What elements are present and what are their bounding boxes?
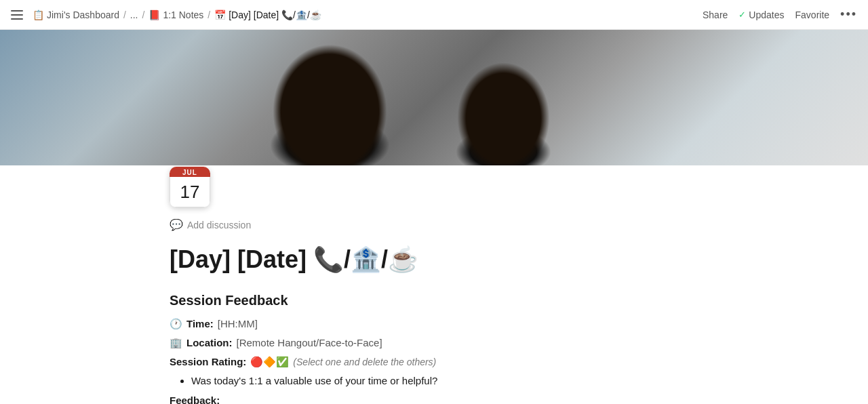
- dashboard-icon: 📋: [33, 9, 44, 20]
- breadcrumb-area: 📋 Jimi's Dashboard / ... / 📕 1:1 Notes /…: [11, 9, 321, 20]
- time-icon: 🕐: [170, 318, 182, 330]
- calendar-month: JUL: [170, 167, 210, 177]
- rating-emojis: 🔴🔶✅: [250, 356, 289, 368]
- calendar-breadcrumb-icon: 📅: [214, 9, 226, 20]
- breadcrumb-notes[interactable]: 📕 1:1 Notes: [149, 9, 203, 20]
- topnav: 📋 Jimi's Dashboard / ... / 📕 1:1 Notes /…: [0, 0, 868, 30]
- rating-bullets: Was today's 1:1 a valuable use of your t…: [170, 375, 698, 386]
- page-content: JUL 17 💬 Add discussion [Day] [Date] 📞/🏦…: [129, 165, 739, 404]
- location-row: 🏢 Location: [Remote Hangout/Face-to-Face…: [170, 337, 698, 349]
- rating-label: Session Rating:: [170, 356, 246, 367]
- more-options-button[interactable]: •••: [840, 7, 857, 22]
- favorite-button[interactable]: Favorite: [795, 9, 830, 20]
- location-icon: 🏢: [170, 337, 182, 349]
- breadcrumb-dashboard[interactable]: 📋 Jimi's Dashboard: [33, 9, 119, 20]
- hero-banner: [0, 30, 868, 165]
- feedback-heading: Feedback:: [170, 395, 698, 404]
- time-label: Time:: [186, 318, 214, 329]
- breadcrumb-sep-1: /: [123, 9, 126, 20]
- topnav-actions: Share ✓ Updates Favorite •••: [703, 7, 857, 22]
- location-label: Location:: [186, 337, 233, 348]
- check-icon: ✓: [738, 9, 746, 20]
- breadcrumb-sep-2: /: [142, 9, 145, 20]
- updates-button[interactable]: ✓ Updates: [738, 9, 784, 20]
- notes-icon: 📕: [149, 9, 160, 20]
- bullet-item-1: Was today's 1:1 a valuable use of your t…: [191, 375, 698, 386]
- session-rating-row: Session Rating: 🔴🔶✅ (Select one and dele…: [170, 356, 698, 368]
- time-row: 🕐 Time: [HH:MM]: [170, 318, 698, 330]
- share-button[interactable]: Share: [703, 9, 728, 20]
- breadcrumb-entry[interactable]: 📅 [Day] [Date] 📞/🏦/☕: [214, 9, 321, 20]
- breadcrumb-ellipsis[interactable]: ...: [130, 9, 138, 20]
- location-value: [Remote Hangout/Face-to-Face]: [237, 337, 382, 348]
- section-heading: Session Feedback: [170, 293, 698, 308]
- rating-hint: (Select one and delete the others): [293, 357, 436, 367]
- discussion-icon: 💬: [170, 218, 183, 231]
- calendar-day: 17: [170, 177, 210, 207]
- calendar-icon-wrapper: JUL 17: [170, 167, 210, 207]
- time-value: [HH:MM]: [218, 318, 258, 329]
- add-discussion-row[interactable]: 💬 Add discussion: [170, 218, 698, 231]
- page-title: [Day] [Date] 📞/🏦/☕: [170, 245, 698, 274]
- banner-image: [0, 30, 868, 165]
- menu-icon[interactable]: [11, 10, 23, 20]
- breadcrumb-sep-3: /: [208, 9, 210, 20]
- add-discussion-label[interactable]: Add discussion: [187, 220, 251, 230]
- calendar-icon: JUL 17: [170, 167, 210, 207]
